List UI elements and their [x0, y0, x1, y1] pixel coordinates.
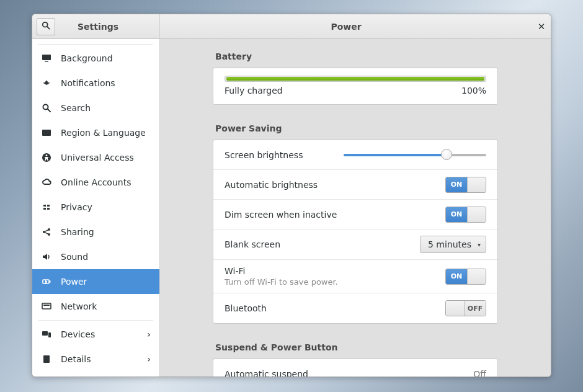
toggle-on-label: ON — [446, 269, 467, 284]
svg-line-1 — [47, 27, 50, 29]
window-body: Background Notifications Search Region &… — [32, 39, 551, 376]
blank-screen-value: 5 minutes — [428, 239, 471, 249]
svg-rect-21 — [48, 332, 51, 337]
sidebar-item-label: Sharing — [61, 227, 151, 237]
svg-point-14 — [48, 228, 50, 231]
chevron-right-icon: › — [147, 329, 151, 339]
row-automatic-suspend[interactable]: Automatic suspend Off — [213, 359, 497, 376]
sidebar-item-label: Region & Language — [61, 128, 151, 138]
info-icon — [41, 354, 52, 365]
auto-suspend-label: Automatic suspend — [225, 369, 473, 376]
battery-bar — [225, 76, 486, 82]
dim-screen-label: Dim screen when inactive — [225, 210, 445, 220]
toggle-on-label: ON — [446, 207, 467, 222]
svg-rect-19 — [43, 305, 50, 306]
brightness-slider[interactable] — [344, 149, 486, 161]
network-icon — [41, 301, 52, 312]
battery-percent-text: 100% — [461, 86, 486, 96]
sidebar-item-label: Devices — [61, 329, 147, 339]
toggle-off-label: OFF — [465, 301, 486, 316]
header-right: Power ✕ — [160, 14, 551, 38]
sidebar-item-universal-access[interactable]: Universal Access — [32, 145, 159, 170]
sidebar-item-label: Network — [61, 301, 151, 311]
slider-fill — [344, 154, 447, 156]
sidebar-item-label: Details — [61, 354, 147, 364]
svg-rect-2 — [42, 55, 51, 60]
power-icon — [41, 276, 52, 287]
battery-bar-fill — [226, 77, 484, 81]
svg-rect-3 — [45, 61, 48, 62]
toggle-knob — [467, 177, 486, 192]
search-icon — [42, 21, 50, 32]
row-blank-screen: Blank screen 5 minutes ▾ — [213, 229, 497, 260]
toggle-knob — [446, 301, 465, 316]
sidebar-item-label: Online Accounts — [61, 177, 151, 187]
svg-rect-6 — [42, 130, 51, 136]
row-automatic-brightness: Automatic brightness ON OFF — [213, 170, 497, 200]
header-left: Settings — [32, 14, 160, 38]
svg-rect-22 — [43, 355, 50, 363]
row-wifi: Wi-Fi Turn off Wi-Fi to save power. ON O… — [213, 260, 497, 293]
sidebar-item-network[interactable]: Network — [32, 294, 159, 319]
chevron-right-icon: › — [147, 354, 151, 364]
globe-icon — [41, 127, 52, 138]
svg-rect-9 — [43, 205, 46, 207]
speaker-icon — [41, 251, 52, 262]
sidebar-item-label: Power — [61, 277, 151, 287]
page-title: Power — [160, 22, 532, 32]
sidebar-item-details[interactable]: Details › — [32, 347, 159, 372]
power-saving-panel: Screen brightness Automatic brightness O… — [213, 140, 498, 324]
svg-rect-20 — [42, 331, 48, 336]
auto-suspend-value: Off — [473, 369, 486, 376]
svg-point-13 — [43, 231, 45, 233]
wifi-toggle[interactable]: ON OFF — [445, 269, 486, 285]
dim-screen-toggle[interactable]: ON OFF — [445, 207, 486, 223]
svg-point-8 — [46, 154, 48, 156]
sidebar-item-label: Background — [61, 53, 151, 63]
svg-rect-18 — [42, 303, 51, 309]
toggle-on-label: ON — [446, 177, 467, 192]
chevron-down-icon: ▾ — [478, 241, 481, 248]
search-icon — [41, 102, 52, 114]
sidebar-item-label: Universal Access — [61, 153, 151, 163]
svg-line-5 — [48, 109, 50, 112]
battery-status-text: Fully charged — [225, 86, 283, 96]
content-area[interactable]: Battery Fully charged 100% Power Saving … — [160, 39, 551, 376]
bluetooth-toggle[interactable]: ON OFF — [445, 300, 486, 316]
sidebar-item-label: Sound — [61, 252, 151, 262]
wifi-label-block: Wi-Fi Turn off Wi-Fi to save power. — [225, 266, 445, 287]
sidebar-item-notifications[interactable]: Notifications — [32, 71, 159, 96]
sidebar-item-online-accounts[interactable]: Online Accounts — [32, 170, 159, 195]
section-title-battery: Battery — [215, 51, 498, 61]
share-icon — [41, 226, 52, 238]
sidebar-separator — [38, 320, 153, 321]
blank-screen-combo[interactable]: 5 minutes ▾ — [420, 236, 486, 253]
close-button[interactable]: ✕ — [532, 14, 551, 39]
search-button[interactable] — [37, 18, 55, 35]
sidebar-item-sharing[interactable]: Sharing — [32, 220, 159, 244]
section-title-power-saving: Power Saving — [215, 123, 498, 133]
sidebar-item-power[interactable]: Power — [32, 269, 159, 294]
brightness-label: Screen brightness — [225, 150, 344, 160]
content-inner: Battery Fully charged 100% Power Saving … — [213, 39, 498, 376]
auto-brightness-toggle[interactable]: ON OFF — [445, 177, 486, 193]
toggle-knob — [467, 207, 486, 222]
settings-window: Settings Power ✕ Background Notification… — [32, 14, 551, 377]
auto-brightness-label: Automatic brightness — [225, 180, 445, 190]
sidebar-title: Settings — [55, 22, 159, 32]
bell-icon — [41, 78, 52, 89]
wifi-label: Wi-Fi — [225, 266, 445, 276]
svg-rect-11 — [43, 208, 46, 210]
svg-point-15 — [48, 233, 50, 236]
sidebar-item-search[interactable]: Search — [32, 96, 159, 120]
slider-thumb[interactable] — [441, 149, 452, 160]
sidebar-item-sound[interactable]: Sound — [32, 244, 159, 269]
sidebar-item-privacy[interactable]: Privacy — [32, 195, 159, 220]
sidebar-item-background[interactable]: Background — [32, 46, 159, 71]
toggle-knob — [467, 269, 486, 284]
sidebar-item-region-language[interactable]: Region & Language — [32, 120, 159, 145]
accessibility-icon — [41, 152, 52, 163]
sidebar-item-devices[interactable]: Devices › — [32, 322, 159, 347]
display-icon — [41, 53, 52, 64]
sidebar-item-label: Notifications — [61, 78, 151, 88]
